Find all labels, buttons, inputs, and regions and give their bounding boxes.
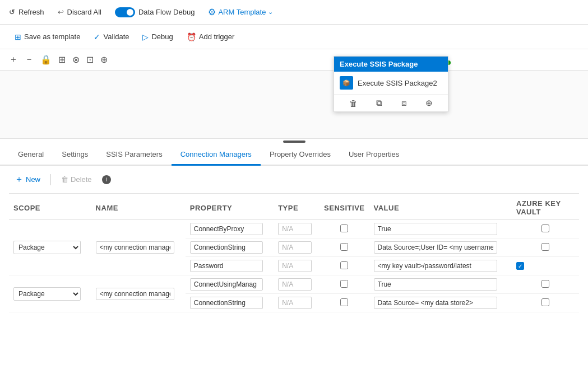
value-input[interactable] <box>374 223 497 235</box>
col-name: NAME <box>91 196 186 220</box>
property-cell <box>186 238 274 257</box>
delete-icon[interactable]: 🗑 <box>349 99 358 108</box>
actions-separator <box>50 174 51 185</box>
type-cell <box>274 294 320 312</box>
col-value: VALUE <box>369 196 512 220</box>
type-input[interactable] <box>278 278 312 291</box>
col-sensitive: SENSITIVE <box>320 196 369 220</box>
canvas-toolbar: ＋ － 🔒 ⊞ ⊗ ⊡ ⊕ <box>0 49 588 71</box>
content-area: ＋ New 🗑 Delete i SCOPE NAME PROPERTY TYP… <box>0 166 588 312</box>
azure-key-vault-cell: ✓ <box>512 257 579 275</box>
value-input[interactable] <box>374 260 497 272</box>
remove-tool-icon[interactable]: － <box>25 54 34 65</box>
scope-cell: Package <box>9 220 91 275</box>
type-input[interactable] <box>278 241 312 254</box>
delete-button[interactable]: 🗑 Delete <box>55 173 98 186</box>
property-input[interactable] <box>190 297 263 309</box>
select-icon[interactable]: ⊡ <box>86 54 94 65</box>
add-trigger-button[interactable]: ⏰ Add trigger <box>181 30 240 44</box>
save-as-template-button[interactable]: ⊞ Save as template <box>9 30 86 44</box>
type-cell <box>274 275 320 294</box>
new-label: New <box>26 175 40 184</box>
ssis-popup-body: 📦 Execute SSIS Package2 <box>334 72 448 95</box>
table-header-row: SCOPE NAME PROPERTY TYPE SENSITIVE VALUE… <box>9 196 579 220</box>
zoom-fit-icon[interactable]: ⊗ <box>72 54 80 65</box>
ssis-popup-header: Execute SSIS Package <box>334 57 448 72</box>
minimize-handle[interactable] <box>283 141 305 143</box>
copy-icon[interactable]: ⧉ <box>376 98 382 108</box>
fit-icon[interactable]: ⊞ <box>58 54 66 65</box>
tab-user-properties-label: User Properties <box>349 150 399 158</box>
arm-template-button[interactable]: ⚙ ARM Template ⌄ <box>208 7 273 17</box>
value-cell <box>369 275 512 294</box>
property-input[interactable] <box>190 278 263 291</box>
validate-icon: ✓ <box>94 32 100 41</box>
pan-icon[interactable]: ⊕ <box>100 54 108 65</box>
value-input[interactable] <box>374 278 497 291</box>
tab-user-properties[interactable]: User Properties <box>340 144 408 166</box>
name-cell <box>91 220 186 275</box>
tab-general[interactable]: General <box>9 144 53 166</box>
sensitive-checkbox[interactable] <box>340 224 348 232</box>
azure-key-vault-checkbox[interactable] <box>541 243 549 251</box>
ssis-package-popup: Execute SSIS Package 📦 Execute SSIS Pack… <box>334 56 448 112</box>
validate-button[interactable]: ✓ Validate <box>88 30 135 44</box>
type-cell <box>274 257 320 275</box>
scope-select[interactable]: Package <box>13 287 81 301</box>
add-tool-icon[interactable]: ＋ <box>9 54 18 65</box>
toggle-switch[interactable] <box>115 7 135 17</box>
name-input[interactable] <box>96 241 174 254</box>
scope-select[interactable]: Package <box>13 241 81 254</box>
azure-key-vault-checkbox[interactable] <box>541 280 549 288</box>
property-input[interactable] <box>190 241 263 254</box>
tab-settings[interactable]: Settings <box>53 144 97 166</box>
value-input[interactable] <box>374 241 497 254</box>
col-azure-key-vault: AZURE KEY VAULT <box>512 196 579 220</box>
sensitive-checkbox[interactable] <box>340 280 348 288</box>
ssis-popup-actions: 🗑 ⧉ ⧈ ⊕ <box>334 95 448 111</box>
type-input[interactable] <box>278 297 312 309</box>
col-property: PROPERTY <box>186 196 274 220</box>
tab-general-label: General <box>18 150 44 158</box>
type-cell <box>274 238 320 257</box>
property-input[interactable] <box>190 223 263 235</box>
col-type: TYPE <box>274 196 320 220</box>
refresh-icon: ↺ <box>9 8 15 16</box>
arm-template-label: ARM Template <box>218 8 266 16</box>
tab-property-overrides[interactable]: Property Overrides <box>261 144 340 166</box>
azure-key-vault-checkbox[interactable] <box>541 224 549 232</box>
refresh-label: Refresh <box>18 8 44 16</box>
type-input[interactable] <box>278 223 312 235</box>
duplicate-icon[interactable]: ⧈ <box>401 98 407 108</box>
actions-row: ＋ New 🗑 Delete i <box>9 166 579 194</box>
lock-tool-icon[interactable]: 🔒 <box>40 54 52 65</box>
tabs-row: General Settings SSIS Parameters Connect… <box>0 144 588 166</box>
info-icon[interactable]: i <box>102 175 111 184</box>
data-flow-debug-label: Data Flow Debug <box>138 8 195 16</box>
action-bar: ⊞ Save as template ✓ Validate ▷ Debug ⏰ … <box>0 25 588 49</box>
name-input[interactable] <box>96 288 174 300</box>
validate-label: Validate <box>103 32 129 41</box>
arm-template-icon: ⚙ <box>208 7 216 17</box>
connect-icon[interactable]: ⊕ <box>425 98 433 108</box>
sensitive-checkbox[interactable] <box>340 298 348 306</box>
value-cell <box>369 294 512 312</box>
property-cell <box>186 257 274 275</box>
tab-ssis-parameters[interactable]: SSIS Parameters <box>97 144 171 166</box>
sensitive-checkbox[interactable] <box>340 243 348 251</box>
sensitive-cell <box>320 294 369 312</box>
save-icon: ⊞ <box>15 32 21 41</box>
data-flow-debug-toggle[interactable]: Data Flow Debug <box>115 7 195 17</box>
property-input[interactable] <box>190 260 263 272</box>
refresh-button[interactable]: ↺ Refresh <box>9 8 44 16</box>
debug-button[interactable]: ▷ Debug <box>137 30 178 44</box>
azure-key-vault-checkbox[interactable] <box>541 298 549 306</box>
tab-connection-managers[interactable]: Connection Managers <box>172 144 261 166</box>
new-button[interactable]: ＋ New <box>9 171 46 188</box>
discard-all-button[interactable]: ↩ Discard All <box>58 8 101 16</box>
tab-settings-label: Settings <box>62 150 88 158</box>
sensitive-checkbox[interactable] <box>340 261 348 269</box>
property-cell <box>186 294 274 312</box>
type-input[interactable] <box>278 260 312 272</box>
value-input[interactable] <box>374 297 497 309</box>
